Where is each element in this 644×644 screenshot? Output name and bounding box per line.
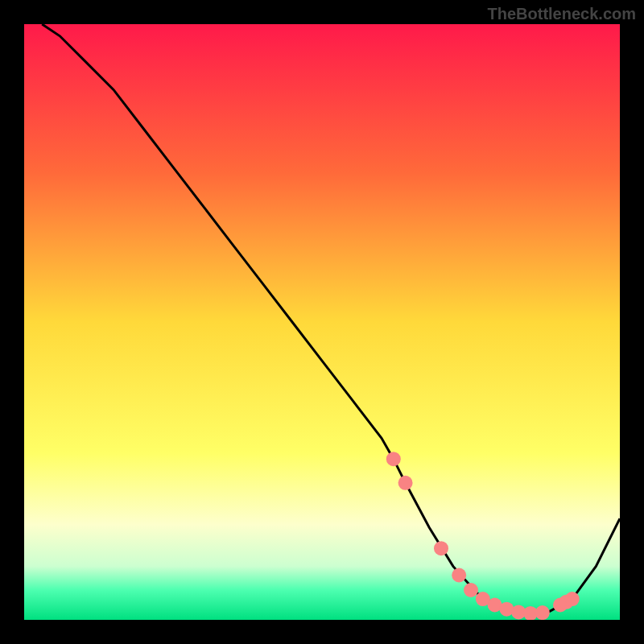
marker-point [434, 541, 448, 555]
marker-point [565, 592, 580, 606]
chart-plot-area [24, 24, 620, 620]
chart-background [24, 24, 620, 620]
chart-svg [24, 24, 620, 620]
watermark-text: TheBottleneck.com [488, 5, 636, 23]
marker-point [452, 568, 466, 583]
marker-point [386, 452, 401, 466]
marker-point [535, 605, 550, 620]
marker-point [398, 476, 413, 490]
marker-point [464, 583, 478, 597]
